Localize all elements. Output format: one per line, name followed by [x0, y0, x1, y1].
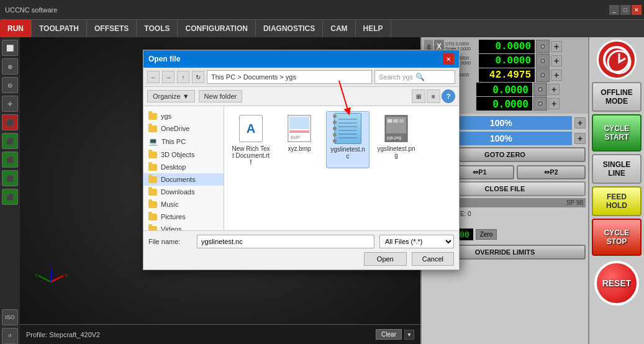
plus-btn-1[interactable]: + — [574, 117, 586, 129]
close-window-button[interactable]: ✕ — [632, 5, 642, 15]
notebook-spiral — [333, 113, 337, 144]
notebook-lines — [338, 119, 357, 141]
svg-rect-27 — [399, 119, 404, 123]
sidebar-pictures[interactable]: Pictures — [143, 210, 224, 223]
nav-configuration[interactable]: CONFIGURATION — [178, 20, 255, 37]
sidebar-downloads[interactable]: Downloads — [143, 186, 224, 198]
help-button[interactable]: ? — [442, 89, 455, 103]
view-buttons: ⊞ ≡ ? — [412, 89, 455, 103]
search-icon: 🔍 — [415, 73, 425, 81]
dro-btn-extra2[interactable] — [533, 97, 547, 111]
scroll-down-arrow[interactable]: ▼ — [404, 330, 414, 340]
dialog-close-button[interactable]: ✕ — [443, 53, 454, 65]
toolbar-btn-zoom-in[interactable]: ⊕ — [2, 58, 18, 75]
feed-hold-button[interactable]: FEEDHOLD — [592, 186, 642, 216]
nav-offsets[interactable]: OFFSETS — [87, 20, 137, 37]
sidebar-label-ygs: ygs — [161, 112, 171, 120]
file-item-nc[interactable]: ygslinetest.nc — [326, 111, 370, 168]
toolbar-btn-iso[interactable]: ISO — [2, 309, 18, 325]
plus-btn-2[interactable]: + — [574, 133, 586, 144]
toolbar-btn-green4[interactable]: ⬛ — [2, 189, 18, 205]
open-button[interactable]: Open — [364, 252, 407, 266]
toolbar-btn-move[interactable]: ✛ — [2, 96, 18, 112]
sidebar-this-pc[interactable]: 💻 This PC — [143, 135, 224, 148]
notebook-cover — [334, 113, 361, 144]
nav-diagnostics[interactable]: DIAGNOSTICS — [256, 20, 323, 37]
file-item-bmp[interactable]: BMP xyz.bmp — [278, 111, 321, 168]
sidebar-3d-objects[interactable]: 3D Objects — [143, 148, 224, 161]
dro-plus-y[interactable]: + — [551, 55, 562, 66]
nav-tools[interactable]: TOOLS — [137, 20, 178, 37]
filename-label: File name: — [148, 238, 192, 245]
single-line-button[interactable]: SINGLELINE — [592, 154, 642, 184]
dro-value-z: 42.4975 — [479, 68, 535, 82]
far-right-panel: OFFLINEMODE CYCLESTART SINGLELINE FEEDHO… — [588, 37, 644, 344]
dro-plus-extra2[interactable]: + — [548, 98, 560, 109]
dro-btn-y[interactable] — [536, 54, 550, 68]
file-name-nc: ygslinetest.nc — [329, 146, 366, 160]
zero-timer-button[interactable]: Zero — [476, 229, 497, 240]
filename-input[interactable] — [197, 235, 374, 248]
view-grid-button[interactable]: ⊞ — [412, 89, 425, 103]
logo-inner — [603, 46, 630, 73]
profile-text: Profile: Stepcraft_420V2 — [26, 331, 100, 338]
dro-btn-x[interactable] — [536, 40, 550, 53]
toolbar-btn-red[interactable]: ⬛ — [2, 114, 18, 130]
dro-btn-z[interactable] — [536, 68, 550, 82]
view-list-button[interactable]: ≡ — [427, 89, 440, 103]
sidebar-label-3d: 3D Objects — [161, 151, 194, 158]
folder-icon-onedrive — [148, 125, 157, 132]
reload-label: ↺ — [8, 333, 12, 338]
toolbar-btn-select[interactable]: ⬜ — [2, 40, 18, 56]
nav-toolpath[interactable]: TOOLPATH — [32, 20, 87, 37]
open-file-dialog: Open file ✕ ← → ↑ ↻ This PC > Documents … — [143, 50, 460, 270]
dialog-up-button[interactable]: ↑ — [177, 71, 189, 83]
reset-button[interactable]: RESET — [594, 261, 639, 306]
new-folder-button[interactable]: New folder — [199, 90, 243, 102]
file-item-png[interactable]: ygs.png ygslinetest.png — [374, 111, 418, 168]
sidebar-music[interactable]: Music — [143, 198, 224, 210]
toolbar-btn-green1[interactable]: ⬛ — [2, 133, 18, 149]
sidebar-videos[interactable]: Videos — [143, 223, 224, 230]
p2-button[interactable]: ⇔P2 — [517, 165, 586, 179]
dro-plus-z[interactable]: + — [551, 70, 562, 81]
sidebar-ygs[interactable]: ygs — [143, 110, 224, 122]
dialog-refresh-button[interactable]: ↻ — [192, 71, 204, 83]
dro-btn-extra1[interactable] — [533, 83, 547, 96]
file-item-rtf[interactable]: New Rich Text Document.rtf — [229, 111, 273, 168]
file-name-rtf: New Rich Text Document.rtf — [232, 145, 270, 166]
sidebar-documents[interactable]: Documents — [143, 173, 224, 186]
file-icon-nc — [333, 114, 363, 144]
cycle-stop-button[interactable]: CYCLESTOP — [592, 219, 642, 256]
organize-button[interactable]: Organize ▼ — [147, 90, 195, 102]
sidebar-onedrive[interactable]: OneDrive — [143, 122, 224, 135]
sidebar-desktop[interactable]: Desktop — [143, 161, 224, 173]
dialog-forward-button[interactable]: → — [162, 71, 175, 83]
filetype-select[interactable]: All Files (*.*) — [379, 235, 454, 248]
clear-button[interactable]: Clear — [376, 329, 402, 340]
toolbar-btn-zoom-out[interactable]: ⊖ — [2, 77, 18, 93]
file-icon-rtf — [236, 114, 266, 143]
svg-text:X: X — [65, 273, 68, 278]
toolbar-btn-reload[interactable]: ↺ — [2, 328, 18, 344]
cycle-start-button[interactable]: CYCLESTART — [592, 114, 642, 152]
maximize-button[interactable]: □ — [620, 5, 630, 15]
nav-cam[interactable]: CAM — [323, 20, 355, 37]
dro-plus-extra1[interactable]: + — [548, 84, 560, 95]
toolbar-btn-green3[interactable]: ⬛ — [2, 170, 18, 186]
folder-icon-ygs — [148, 113, 157, 120]
breadcrumb-text: This PC > Documents > ygs — [211, 73, 296, 81]
svg-rect-26 — [393, 119, 398, 123]
sp-value: 98 — [576, 199, 583, 206]
folder-icon-downloads — [148, 189, 157, 196]
nav-help[interactable]: HELP — [356, 20, 391, 37]
dro-plus-x[interactable]: + — [551, 41, 562, 52]
dialog-back-button[interactable]: ← — [147, 71, 160, 83]
offline-mode-button[interactable]: OFFLINEMODE — [592, 82, 642, 112]
dialog-toolbar: Organize ▼ New folder ⊞ ≡ ? — [143, 87, 459, 106]
nav-run[interactable]: RUN — [0, 20, 32, 37]
minimize-button[interactable]: _ — [609, 5, 619, 15]
search-bar[interactable]: Search ygs 🔍 — [374, 70, 455, 84]
toolbar-btn-green2[interactable]: ⬛ — [2, 152, 18, 168]
cancel-button[interactable]: Cancel — [412, 252, 454, 266]
